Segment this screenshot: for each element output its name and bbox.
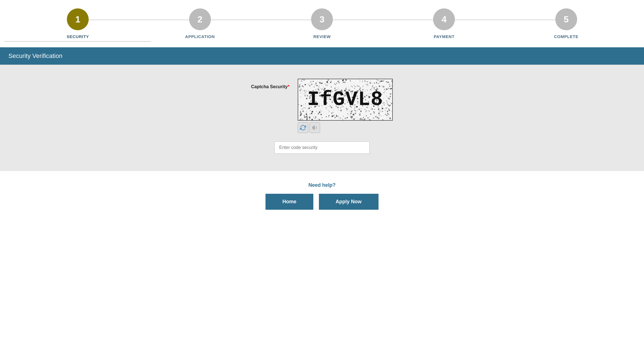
footer-area: Need help? Home Apply Now (0, 171, 644, 221)
captcha-image: IfGVL8 (298, 79, 393, 121)
step-label-review: REVIEW (313, 34, 331, 39)
step-circle-5: 5 (555, 8, 577, 30)
step-complete[interactable]: 5 COMPLETE (505, 8, 627, 39)
step-underline (4, 41, 151, 42)
refresh-captcha-button[interactable] (298, 122, 308, 133)
captcha-image-section: IfGVL8 (298, 79, 393, 133)
footer-buttons: Home Apply Now (265, 194, 378, 210)
captcha-row: Captcha Security* IfGVL8 (251, 79, 393, 133)
step-label-complete: COMPLETE (554, 34, 578, 39)
need-help-text: Need help? (308, 182, 335, 188)
home-button[interactable]: Home (265, 194, 313, 210)
apply-now-button[interactable]: Apply Now (319, 194, 379, 210)
stepper: 1 SECURITY 2 APPLICATION 3 REVIEW 4 PAYM… (0, 0, 644, 47)
step-circle-2: 2 (189, 8, 211, 30)
captcha-buttons (298, 122, 320, 133)
step-security[interactable]: 1 SECURITY (17, 8, 139, 42)
step-label-payment: PAYMENT (434, 34, 454, 39)
step-label-application: APPLICATION (185, 34, 215, 39)
step-circle-3: 3 (311, 8, 333, 30)
captcha-label: Captcha Security* (251, 84, 290, 89)
step-circle-1: 1 (67, 8, 89, 30)
step-application[interactable]: 2 APPLICATION (139, 8, 261, 39)
captcha-code: IfGVL8 (307, 88, 383, 111)
step-payment[interactable]: 4 PAYMENT (383, 8, 505, 39)
captcha-container: Captcha Security* IfGVL8 (6, 79, 638, 154)
audio-captcha-button[interactable] (309, 122, 320, 133)
section-header: Security Verification (0, 47, 644, 65)
captcha-input[interactable] (274, 141, 370, 154)
main-content: Captcha Security* IfGVL8 (0, 65, 644, 171)
captcha-input-row (274, 141, 370, 154)
step-circle-4: 4 (433, 8, 455, 30)
step-label-security: SECURITY (67, 34, 89, 39)
step-review[interactable]: 3 REVIEW (261, 8, 383, 39)
